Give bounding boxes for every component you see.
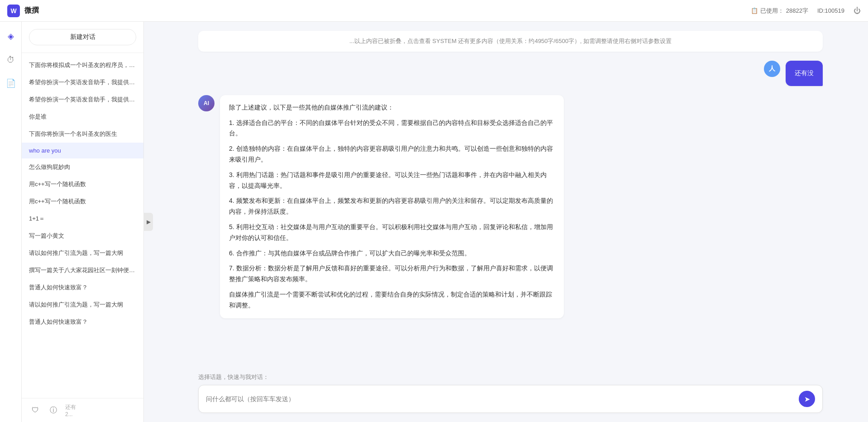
sidebar-item-6[interactable]: 怎么做狗屁妙肉	[22, 158, 143, 176]
rail-icon-package[interactable]: ◈	[4, 29, 18, 43]
sidebar-header: 新建对话	[22, 22, 143, 53]
message-row-0: 人还有没	[198, 61, 823, 86]
ai-avatar-1: AI	[198, 95, 215, 111]
new-chat-button[interactable]: 新建对话	[29, 29, 136, 45]
sidebar-item-9[interactable]: 1+1＝	[22, 210, 143, 227]
footer-shield-icon[interactable]: 🛡	[29, 404, 42, 417]
ai-paragraph-1-6: 6. 合作推广：与其他自媒体平台或品牌合作推广，可以扩大自己的曝光率和受众范围。	[229, 248, 555, 259]
chat-area: ...以上内容已被折叠，点击查看 SYSTEM 还有更多内容（使用关系：约495…	[153, 22, 868, 422]
sidebar-item-12[interactable]: 撰写一篇关于八大家花园社区一刻钟便民生...	[22, 262, 143, 279]
rail-icon-file[interactable]: 📄	[4, 76, 18, 91]
user-id: ID:100519	[817, 7, 844, 14]
main-layout: ◈ ⏱ 📄 新建对话 下面你将模拟成一个叫圣友的程序员，我说...希望你扮演一个…	[0, 22, 868, 422]
usage-value: 28822字	[786, 7, 808, 15]
input-box: ➤	[198, 385, 823, 413]
quick-select-label: 选择话题，快速与我对话：	[198, 373, 823, 381]
usage-label: 已使用：	[760, 7, 784, 15]
sidebar-list: 下面你将模拟成一个叫圣友的程序员，我说...希望你扮演一个英语发音助手，我提供给…	[22, 53, 143, 398]
message-row-1: AI除了上述建议，以下是一些其他的自媒体推广引流的建议：1. 选择适合自己的平台…	[198, 95, 823, 318]
sidebar-item-3[interactable]: 你是谁	[22, 108, 143, 125]
file-icon: 📋	[751, 7, 758, 14]
sidebar-item-4[interactable]: 下面你将扮演一个名叫圣友的医生	[22, 125, 143, 143]
sidebar-item-5[interactable]: who are you	[22, 143, 143, 158]
rail-icon-clock[interactable]: ⏱	[4, 53, 18, 67]
topbar-left: W 微撰	[7, 5, 39, 17]
user-avatar-0: 人	[764, 61, 780, 77]
sidebar-item-0[interactable]: 下面你将模拟成一个叫圣友的程序员，我说...	[22, 57, 143, 74]
sidebar-item-8[interactable]: 用c++写一个随机函数	[22, 193, 143, 210]
user-message-0: 还有没	[786, 61, 823, 86]
topbar-right: 📋 已使用： 28822字 ID:100519 ⏻	[751, 7, 861, 15]
sidebar-item-10[interactable]: 写一篇小黄文	[22, 227, 143, 245]
footer-extra[interactable]: 还有2...	[65, 404, 78, 417]
sidebar-item-1[interactable]: 希望你扮演一个英语发音助手，我提供给你...	[22, 74, 143, 91]
sidebar-item-14[interactable]: 请以如何推广引流为题，写一篇大纲	[22, 296, 143, 313]
ai-paragraph-1-4: 4. 频繁发布和更新：在自媒体平台上，频繁发布和更新的内容更容易吸引用户的关注和…	[229, 196, 555, 217]
chat-input[interactable]	[206, 394, 794, 404]
send-icon: ➤	[804, 395, 810, 403]
chat-messages: ...以上内容已被折叠，点击查看 SYSTEM 还有更多内容（使用关系：约495…	[153, 22, 868, 368]
sidebar-item-7[interactable]: 用c++写一个随机函数	[22, 176, 143, 193]
ai-paragraph-1-1: 1. 选择适合自己的平台：不同的自媒体平台针对的受众不同，需要根据自己的内容特点…	[229, 118, 555, 139]
ai-message-1: 除了上述建议，以下是一些其他的自媒体推广引流的建议：1. 选择适合自己的平台：不…	[220, 95, 564, 318]
power-icon[interactable]: ⏻	[854, 7, 861, 15]
app-logo: W	[7, 5, 20, 17]
topbar: W 微撰 📋 已使用： 28822字 ID:100519 ⏻	[0, 0, 868, 22]
app-title: 微撰	[24, 6, 39, 15]
sidebar-collapse-button[interactable]: ▶	[144, 213, 153, 231]
sidebar-item-15[interactable]: 普通人如何快速致富？	[22, 313, 143, 331]
truncated-message[interactable]: ...以上内容已被折叠，点击查看 SYSTEM 还有更多内容（使用关系：约495…	[198, 31, 823, 52]
footer-info-icon[interactable]: ⓘ	[47, 404, 60, 417]
ai-paragraph-1-5: 5. 利用社交互动：社交媒体是与用户互动的重要平台。可以积极利用社交媒体与用户互…	[229, 222, 555, 244]
usage-info: 📋 已使用： 28822字	[751, 7, 808, 15]
sidebar-item-11[interactable]: 请以如何推广引流为题，写一篇大纲	[22, 245, 143, 262]
sidebar-footer: 🛡 ⓘ 还有2...	[22, 398, 143, 422]
ai-paragraph-1-7: 7. 数据分析：数据分析是了解用户反馈和喜好的重要途径。可以分析用户行为和数据，…	[229, 263, 555, 285]
icon-rail: ◈ ⏱ 📄	[0, 22, 22, 422]
ai-paragraph-1-8: 自媒体推广引流是一个需要不断尝试和优化的过程，需要结合自身的实际情况，制定合适的…	[229, 289, 555, 311]
sidebar-item-2[interactable]: 希望你扮演一个英语发音助手，我提供给你...	[22, 91, 143, 108]
send-button[interactable]: ➤	[799, 391, 815, 407]
input-area: 选择话题，快速与我对话： ➤	[153, 368, 868, 422]
ai-paragraph-1-0: 除了上述建议，以下是一些其他的自媒体推广引流的建议：	[229, 102, 555, 113]
ai-paragraph-1-3: 3. 利用热门话题：热门话题和事件是吸引用户的重要途径。可以关注一些热门话题和事…	[229, 170, 555, 192]
ai-paragraph-1-2: 2. 创造独特的内容：在自媒体平台上，独特的内容更容易吸引用户的注意力和共鸣。可…	[229, 144, 555, 165]
sidebar: 新建对话 下面你将模拟成一个叫圣友的程序员，我说...希望你扮演一个英语发音助手…	[22, 22, 144, 422]
sidebar-item-13[interactable]: 普通人如何快速致富？	[22, 279, 143, 296]
